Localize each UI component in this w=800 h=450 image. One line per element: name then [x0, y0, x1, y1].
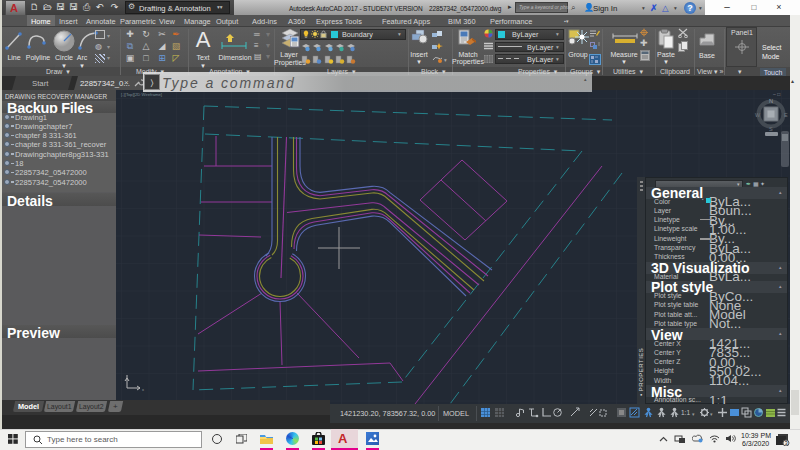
svg-text:E: E — [784, 112, 788, 118]
svg-text:[-][Top][2D Wireframe]: [-][Top][2D Wireframe] — [121, 92, 162, 97]
svg-text:N: N — [769, 98, 773, 104]
svg-text:x: x — [142, 387, 144, 392]
svg-text:– □: – □ — [773, 91, 780, 97]
svg-text:W: W — [755, 112, 761, 118]
svg-text:S: S — [769, 126, 773, 132]
